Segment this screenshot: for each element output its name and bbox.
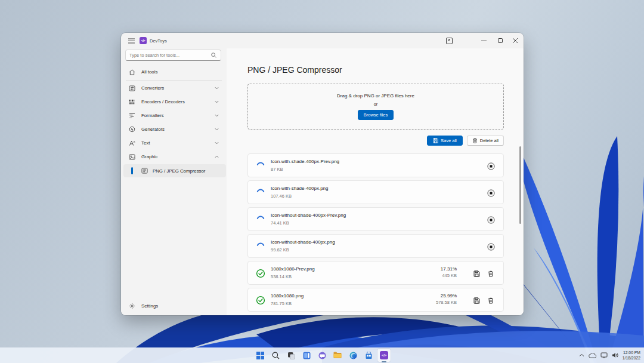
close-button[interactable] xyxy=(507,33,524,48)
edge-browser-button[interactable] xyxy=(346,349,360,362)
file-row: Icon-with-shade-400px.png 107.46 KB xyxy=(247,180,504,204)
close-icon xyxy=(513,38,518,43)
delete-file-button[interactable] xyxy=(485,295,496,306)
chevron-down-icon xyxy=(215,141,219,144)
minimize-button[interactable] xyxy=(475,33,492,48)
widgets-icon xyxy=(303,352,311,359)
file-row: Icon-without-shade-400px.png 99.62 KB xyxy=(247,234,504,258)
scrollbar[interactable] xyxy=(519,146,521,224)
sidebar-item-label: All tools xyxy=(141,69,157,75)
file-size: 538.14 KB xyxy=(271,274,292,279)
compact-overlay-button[interactable] xyxy=(441,33,457,48)
converters-icon xyxy=(129,85,136,91)
sidebar-item-graphic[interactable]: Graphic xyxy=(123,150,224,163)
delete-all-button[interactable]: Delete all xyxy=(467,136,504,146)
success-check-icon xyxy=(256,296,265,305)
trash-icon xyxy=(488,297,494,304)
page-title: PNG / JPEG Compressor xyxy=(247,65,342,75)
chat-button[interactable] xyxy=(315,349,329,362)
sidebar-item-all-tools[interactable]: All tools xyxy=(123,66,224,78)
file-row: 1080x1080-Prev.png 538.14 KB 17.31% 445 … xyxy=(247,261,504,285)
save-icon xyxy=(473,297,480,304)
clock-time: 12:00 PM xyxy=(623,350,640,355)
save-file-button[interactable] xyxy=(471,295,482,306)
tool-search-box[interactable] xyxy=(125,50,221,61)
progress-spinner-icon xyxy=(256,188,265,198)
sidebar-item-label: Generators xyxy=(141,127,165,132)
start-button[interactable] xyxy=(253,349,267,362)
text-icon xyxy=(129,140,136,146)
delete-all-label: Delete all xyxy=(480,138,499,143)
sidebar-item-text[interactable]: Text xyxy=(123,137,224,149)
devtoys-icon: </> xyxy=(380,351,388,359)
file-name: Icon-without-shade-400px-Prev.png xyxy=(271,213,346,218)
onedrive-cloud-icon[interactable] xyxy=(589,353,596,358)
microsoft-store-button[interactable] xyxy=(362,349,375,362)
file-row: Icon-with-shade-400px-Prev.png 87 KB xyxy=(247,153,504,177)
file-name: 1080x1080.png xyxy=(271,293,304,299)
sidebar-item-converters[interactable]: Converters xyxy=(123,82,224,94)
sidebar-item-label: Graphic xyxy=(141,154,157,159)
devtoys-logo-icon: </> xyxy=(140,37,147,44)
stop-icon xyxy=(487,189,495,197)
cancel-compression-button[interactable] xyxy=(485,241,496,252)
widgets-button[interactable] xyxy=(300,349,313,362)
new-size: 578.58 KB xyxy=(436,300,457,305)
search-input[interactable] xyxy=(126,53,211,58)
volume-icon[interactable] xyxy=(612,352,618,358)
sidebar-item-png-jpeg-compressor[interactable]: PNG / JPEG Compressor xyxy=(123,164,226,177)
chat-icon xyxy=(318,352,326,359)
compression-result: 25.99% 578.58 KB xyxy=(436,293,457,305)
encoders-decoders-icon xyxy=(129,99,136,104)
file-dropzone[interactable]: Drag & drop PNG or JPEG files here or Br… xyxy=(247,84,504,130)
windows-start-icon xyxy=(256,352,264,359)
file-explorer-button[interactable] xyxy=(331,349,344,362)
store-icon xyxy=(365,352,373,359)
devtoys-taskbar-button[interactable]: </> xyxy=(377,349,391,362)
hamburger-menu-button[interactable] xyxy=(123,33,139,48)
dropzone-instruction: Drag & drop PNG or JPEG files here xyxy=(337,93,414,99)
sidebar-item-settings[interactable]: Settings xyxy=(123,300,224,312)
window-title: DevToys xyxy=(150,38,167,44)
taskbar: </> 12:00 PM 1/18/2022 xyxy=(0,347,644,363)
save-file-button[interactable] xyxy=(471,268,482,279)
maximize-button[interactable] xyxy=(492,33,509,48)
file-explorer-icon xyxy=(333,352,342,359)
graphic-icon xyxy=(129,154,136,160)
titlebar[interactable]: </> DevToys xyxy=(121,33,524,48)
sidebar-item-encoders-decoders[interactable]: Encoders / Decoders xyxy=(123,96,224,108)
search-icon xyxy=(272,352,280,359)
saved-percent: 17.31% xyxy=(441,266,457,272)
sidebar-item-label: Encoders / Decoders xyxy=(141,99,185,104)
browse-files-button[interactable]: Browse files xyxy=(358,110,394,120)
tray-chevron-up-icon[interactable] xyxy=(579,353,584,357)
cancel-compression-button[interactable] xyxy=(485,214,496,225)
progress-spinner-icon xyxy=(256,242,265,251)
save-all-button[interactable]: Save all xyxy=(427,136,463,146)
task-view-button[interactable] xyxy=(284,349,298,362)
sidebar-item-label: Formatters xyxy=(141,113,164,118)
sidebar-item-label: Text xyxy=(141,140,150,146)
new-size: 445 KB xyxy=(441,273,457,278)
taskbar-clock[interactable]: 12:00 PM 1/18/2022 xyxy=(623,350,640,361)
delete-file-button[interactable] xyxy=(485,268,496,279)
compact-overlay-icon xyxy=(446,38,453,44)
file-name: Icon-with-shade-400px-Prev.png xyxy=(271,159,339,164)
file-row: 1080x1080.png 781.75 KB 25.99% 578.58 KB xyxy=(247,288,504,312)
cancel-compression-button[interactable] xyxy=(485,187,496,198)
cancel-compression-button[interactable] xyxy=(485,161,496,171)
main-pane: PNG / JPEG Compressor Drag & drop PNG or… xyxy=(227,48,524,315)
save-icon xyxy=(473,270,480,277)
sidebar-item-generators[interactable]: Generators xyxy=(123,123,224,136)
sidebar-item-formatters[interactable]: Formatters xyxy=(123,109,224,122)
trash-icon xyxy=(488,270,494,277)
hamburger-icon xyxy=(128,38,135,44)
sidebar-item-label: PNG / JPEG Compressor xyxy=(153,168,205,174)
file-name: 1080x1080-Prev.png xyxy=(271,266,315,272)
taskbar-search-button[interactable] xyxy=(269,349,282,362)
network-icon[interactable] xyxy=(600,352,608,358)
progress-spinner-icon xyxy=(256,215,265,224)
progress-spinner-icon xyxy=(256,161,265,171)
gear-icon xyxy=(129,303,136,309)
chevron-down-icon xyxy=(215,100,219,103)
